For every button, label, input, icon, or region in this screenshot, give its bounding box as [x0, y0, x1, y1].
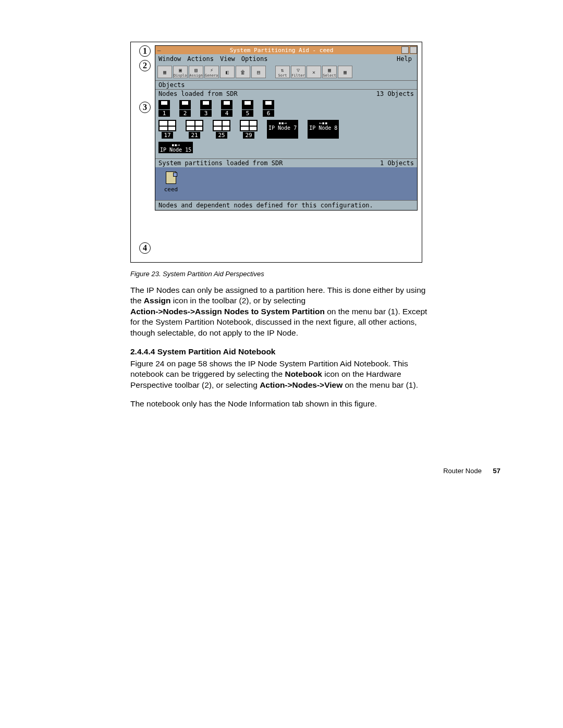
figure-caption: Figure 23. System Partition Aid Perspect… [130, 270, 422, 278]
tool-generate[interactable]: ⚡Generate [204, 66, 219, 78]
tool-remove-filter[interactable]: ✕ [307, 66, 321, 78]
tool-7[interactable]: ▤ [251, 66, 266, 78]
paragraph-4: The notebook only has the Node Informati… [130, 399, 427, 409]
menu-actions[interactable]: Actions [187, 55, 214, 63]
tool-filter[interactable]: ▽Filter [291, 66, 305, 78]
ip-node-15[interactable]: ▪▪→IP Node 15 [158, 142, 193, 153]
statusbar: Nodes and dependent nodes defined for th… [155, 200, 417, 210]
titlebar: — System Partitioning Aid - ceed [155, 46, 417, 54]
menu-window[interactable]: Window [158, 55, 181, 63]
callout-4: 4 [139, 242, 151, 254]
figure-23: 1 2 3 4 — System Partitioning Aid - ceed [130, 42, 422, 263]
nodes-pane: 1 2 3 4 5 6 17 21 25 29 ▪▪→IP Node [155, 98, 417, 158]
node-21[interactable]: 21 [186, 120, 203, 139]
system-menu-icon[interactable]: — [155, 47, 163, 54]
objects-label: Objects [155, 80, 417, 89]
tool-6[interactable]: 🗑 [236, 66, 250, 78]
menubar: Window Actions View Options Help [155, 54, 417, 64]
partitions-header-left: System partitions loaded from SDR [158, 159, 380, 167]
paragraph-1: The IP Nodes can only be assigned to a p… [130, 285, 427, 338]
tool-activate[interactable]: ◧ [220, 66, 235, 78]
app-window: — System Partitioning Aid - ceed Window … [155, 45, 418, 211]
callout-2: 2 [139, 60, 151, 71]
section-heading: 2.4.4.4 System Partition Aid Notebook [130, 347, 427, 357]
nodes-header-right: 13 Objects [376, 90, 414, 97]
minimize-button[interactable] [401, 46, 409, 54]
page-number: 57 [493, 467, 500, 475]
toolbar: ▦ ▣Display ▧Assign ⚡Generate ◧ 🗑 ▤ ⇅Sort… [155, 64, 417, 80]
tool-12[interactable]: ▦ [338, 66, 352, 78]
callout-1: 1 [139, 45, 151, 57]
partition-label: ceed [161, 186, 181, 193]
node-5[interactable]: 5 [242, 100, 253, 117]
node-1[interactable]: 1 [158, 100, 170, 117]
window-title: System Partitioning Aid - ceed [163, 47, 400, 54]
paragraph-3: Figure 24 on page 58 shows the IP Node S… [130, 359, 427, 390]
tool-notebook[interactable]: ▦ [157, 66, 172, 78]
node-2[interactable]: 2 [179, 100, 191, 117]
tool-sort[interactable]: ⇅Sort [275, 66, 290, 78]
menu-options[interactable]: Options [241, 55, 268, 63]
partitions-pane: ceed [155, 167, 417, 200]
tool-assign[interactable]: ▧Assign [189, 66, 203, 78]
callout-col: 1 2 3 4 [135, 45, 155, 257]
menu-help[interactable]: Help [397, 55, 412, 63]
body-text: The IP Nodes can only be assigned to a p… [130, 285, 427, 410]
node-29[interactable]: 29 [240, 120, 258, 139]
node-6[interactable]: 6 [263, 100, 274, 117]
maximize-button[interactable] [410, 46, 417, 54]
nodes-header-left: Nodes loaded from SDR [158, 90, 376, 97]
nodes-header: Nodes loaded from SDR 13 Objects [155, 89, 417, 98]
partitions-header: System partitions loaded from SDR 1 Obje… [155, 158, 417, 167]
page-footer: Router Node 57 [52, 467, 511, 475]
footer-label: Router Node [443, 467, 482, 475]
node-25[interactable]: 25 [213, 120, 230, 139]
tool-select[interactable]: ▦Select [322, 66, 337, 78]
menu-view[interactable]: View [220, 55, 235, 63]
callout-3: 3 [139, 102, 151, 113]
partitions-header-right: 1 Objects [380, 159, 414, 167]
ip-node-7[interactable]: ▪▪→IP Node 7 [267, 120, 298, 139]
node-3[interactable]: 3 [200, 100, 212, 117]
partition-ceed[interactable]: ceed [161, 171, 181, 193]
partition-icon [166, 171, 176, 184]
tool-display[interactable]: ▣Display [173, 66, 188, 78]
ip-node-8[interactable]: ←▪▪IP Node 8 [308, 120, 339, 139]
node-4[interactable]: 4 [221, 100, 232, 117]
node-17[interactable]: 17 [158, 120, 176, 139]
